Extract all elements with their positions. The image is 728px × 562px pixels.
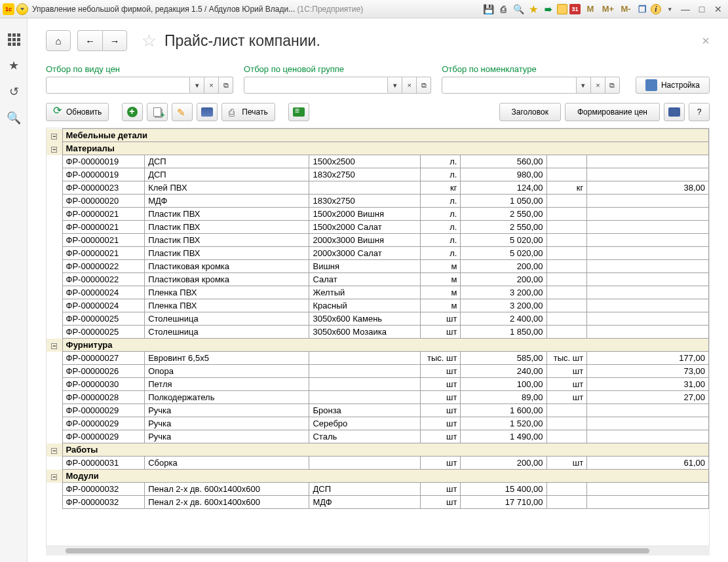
close-button[interactable]: ✕ [711, 4, 725, 14]
table-cell[interactable] [587, 273, 709, 286]
table-cell[interactable]: л. [420, 247, 461, 260]
table-cell[interactable]: Ручка [145, 417, 309, 430]
print-icon[interactable]: ⎙ [497, 3, 510, 15]
table-cell[interactable]: 240,00 [461, 365, 546, 378]
app-menu-button[interactable] [16, 3, 28, 15]
table-cell[interactable]: Фурнитура [62, 339, 708, 352]
favorite-icon[interactable]: ★ [527, 3, 540, 15]
table-cell[interactable]: ФР-00000022 [62, 260, 145, 273]
price-table-container[interactable]: −Мебельные детали−МатериалыФР-00000019ДС… [46, 128, 710, 546]
table-cell[interactable]: 980,00 [461, 168, 546, 181]
table-cell[interactable]: шт [420, 365, 461, 378]
table-cell[interactable]: 27,00 [587, 391, 709, 404]
table-cell[interactable]: ФР-00000032 [62, 496, 145, 509]
table-cell[interactable]: ФР-00000028 [62, 391, 145, 404]
table-cell[interactable] [546, 195, 587, 208]
table-cell[interactable]: МДФ [309, 496, 420, 509]
filter-nomenclature-open[interactable]: ⧉ [605, 77, 620, 94]
table-cell[interactable]: м [420, 260, 461, 273]
table-cell[interactable]: Красный [309, 299, 420, 312]
table-cell[interactable]: шт [546, 457, 587, 470]
table-cell[interactable] [309, 391, 420, 404]
table-cell[interactable]: кг [546, 181, 587, 195]
table-cell[interactable]: ФР-00000021 [62, 208, 145, 221]
table-cell[interactable]: ФР-00000019 [62, 168, 145, 181]
search-icon[interactable]: 🔍 [0, 105, 28, 131]
table-cell[interactable]: Материалы [62, 142, 708, 155]
info-dropdown-icon[interactable]: ▾ [663, 3, 676, 15]
minimize-button[interactable]: — [678, 4, 693, 14]
table-cell[interactable]: 200,00 [461, 457, 546, 470]
memory-m-icon[interactable]: M [583, 3, 598, 15]
table-cell[interactable]: 5 020,00 [461, 247, 546, 260]
table-cell[interactable]: 2 550,00 [461, 221, 546, 234]
table-cell[interactable] [587, 417, 709, 430]
filter-price-type-open[interactable]: ⧉ [219, 77, 233, 94]
table-cell[interactable]: л. [420, 234, 461, 247]
table-cell[interactable] [546, 483, 587, 496]
table-cell[interactable]: ФР-00000029 [62, 404, 145, 417]
table-cell[interactable] [587, 208, 709, 221]
table-cell[interactable]: шт [420, 391, 461, 404]
table-cell[interactable]: 3050х600 Камень [309, 312, 420, 326]
table-cell[interactable]: Евровинт 6,5х5 [145, 352, 309, 365]
save-icon[interactable]: 💾 [482, 3, 495, 15]
table-cell[interactable]: 1 850,00 [461, 326, 546, 339]
table-cell[interactable]: Бронза [309, 404, 420, 417]
table-cell[interactable]: Петля [145, 378, 309, 391]
table-cell[interactable]: ДСП [145, 155, 309, 168]
table-cell[interactable]: м [420, 273, 461, 286]
table-cell[interactable]: л. [420, 221, 461, 234]
table-cell[interactable]: 560,00 [461, 155, 546, 168]
table-cell[interactable]: л. [420, 208, 461, 221]
filter-price-type-clear[interactable]: × [204, 77, 219, 94]
table-cell[interactable]: ФР-00000025 [62, 326, 145, 339]
table-cell[interactable]: Пленка ПВХ [145, 299, 309, 312]
table-cell[interactable] [546, 326, 587, 339]
table-cell[interactable]: Ручка [145, 430, 309, 443]
table-cell[interactable]: л. [420, 168, 461, 181]
memory-mminus-icon[interactable]: M- [618, 3, 634, 15]
table-cell[interactable]: Пластик ПВХ [145, 247, 309, 260]
table-cell[interactable] [587, 247, 709, 260]
edit-button[interactable] [172, 103, 193, 121]
table-cell[interactable]: 2 550,00 [461, 208, 546, 221]
table-cell[interactable]: тыс. шт [420, 352, 461, 365]
table-cell[interactable]: 31,00 [587, 378, 709, 391]
table-cell[interactable] [587, 496, 709, 509]
table-cell[interactable] [587, 430, 709, 443]
table-cell[interactable]: ФР-00000029 [62, 430, 145, 443]
filter-price-group-open[interactable]: ⧉ [417, 77, 431, 94]
table-cell[interactable]: ФР-00000032 [62, 483, 145, 496]
table-cell[interactable]: шт [546, 365, 587, 378]
table-cell[interactable]: Клей ПВХ [145, 181, 309, 195]
nav-back-button[interactable]: ← [77, 30, 102, 51]
table-cell[interactable] [546, 312, 587, 326]
table-cell[interactable]: Модули [62, 470, 708, 483]
export-table-button[interactable] [288, 103, 309, 121]
table-cell[interactable] [587, 326, 709, 339]
table-cell[interactable]: 61,00 [587, 457, 709, 470]
refresh-button[interactable]: Обновить [46, 103, 109, 121]
table-cell[interactable]: ФР-00000021 [62, 221, 145, 234]
table-cell[interactable]: м [420, 286, 461, 299]
table-cell[interactable]: ФР-00000030 [62, 378, 145, 391]
table-cell[interactable]: 3050х600 Мозаика [309, 326, 420, 339]
history-icon[interactable]: ↺ [0, 79, 28, 105]
table-cell[interactable]: 38,00 [587, 181, 709, 195]
table-cell[interactable] [546, 221, 587, 234]
table-cell[interactable]: 1 490,00 [461, 430, 546, 443]
table-cell[interactable]: л. [420, 195, 461, 208]
table-cell[interactable]: 1500х2000 Вишня [309, 208, 420, 221]
table-cell[interactable] [546, 234, 587, 247]
table-cell[interactable]: м [420, 299, 461, 312]
table-cell[interactable]: ДСП [309, 483, 420, 496]
table-cell[interactable]: 3 200,00 [461, 286, 546, 299]
nav-forward-button[interactable]: → [102, 30, 127, 51]
table-cell[interactable] [546, 260, 587, 273]
table-cell[interactable]: шт [420, 326, 461, 339]
table-cell[interactable]: шт [546, 378, 587, 391]
table-cell[interactable] [546, 404, 587, 417]
table-cell[interactable]: ФР-00000031 [62, 457, 145, 470]
favorite-page-icon[interactable]: ☆ [142, 31, 157, 51]
